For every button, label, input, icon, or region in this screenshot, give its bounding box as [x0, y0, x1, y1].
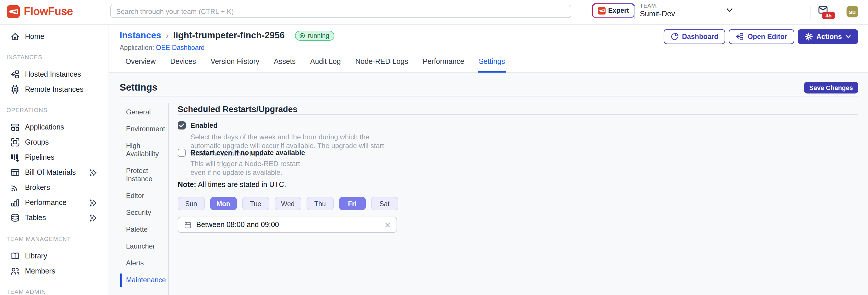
- tab-audit-log[interactable]: Audit Log: [309, 58, 342, 72]
- enabled-checkbox[interactable]: [178, 121, 186, 129]
- ai-sparkle-icon: [89, 169, 97, 176]
- sidebar-section-team-management: TEAM MANAGEMENT: [0, 236, 108, 242]
- enabled-checkbox-label: Enabled: [190, 121, 217, 129]
- day-button-fri[interactable]: Fri: [339, 197, 366, 210]
- header-divider: [810, 6, 811, 19]
- utc-note: Note: All times are stated in UTC.: [178, 181, 286, 189]
- settings-nav-alerts[interactable]: Alerts: [126, 259, 170, 267]
- ai-sparkle-icon: [89, 214, 97, 222]
- day-button-tue[interactable]: Tue: [242, 197, 269, 210]
- settings-nav-protect-instance[interactable]: Protect Instance: [126, 167, 170, 183]
- tab-version-history[interactable]: Version History: [209, 58, 260, 72]
- sidebar-section-team-admin: TEAM ADMIN: [0, 289, 108, 295]
- flowfuse-logo[interactable]: FlowFuse: [7, 5, 73, 18]
- search-input[interactable]: [110, 5, 571, 18]
- settings-content: Settings Save Changes General Environmen…: [109, 72, 868, 295]
- day-button-thu[interactable]: Thu: [307, 197, 334, 210]
- sidebar-item-brokers[interactable]: Brokers: [0, 180, 108, 195]
- restart-checkbox[interactable]: [178, 149, 186, 157]
- time-range-input[interactable]: Between 08:00 and 09:00: [178, 216, 397, 233]
- sidebar-item-label: Bill Of Materials: [25, 169, 76, 177]
- sidebar-item-label: Brokers: [25, 183, 50, 191]
- clear-time-icon[interactable]: [384, 222, 391, 228]
- tab-performance[interactable]: Performance: [422, 58, 465, 72]
- play-circle-icon: [299, 32, 306, 39]
- tab-settings[interactable]: Settings: [477, 58, 506, 72]
- pie-chart-icon: [670, 32, 678, 41]
- breadcrumb-instances-link[interactable]: Instances: [120, 30, 161, 41]
- instance-tabs: Overview Devices Version History Assets …: [124, 58, 506, 72]
- sidebar-item-label: Performance: [25, 199, 66, 207]
- bar-chart-icon: [10, 198, 20, 207]
- sidebar-item-performance[interactable]: Performance: [0, 195, 108, 210]
- instance-name: light-trumpeter-finch-2956: [173, 30, 284, 41]
- database-icon: [10, 213, 20, 223]
- tab-overview[interactable]: Overview: [124, 58, 157, 72]
- settings-nav-environment[interactable]: Environment: [126, 125, 170, 133]
- settings-nav-launcher[interactable]: Launcher: [126, 242, 170, 250]
- main-area: Instances › light-trumpeter-finch-2956 r…: [109, 24, 868, 295]
- day-button-sat[interactable]: Sat: [371, 197, 398, 210]
- settings-nav-maintenance-label: Maintenance: [126, 276, 166, 284]
- notifications-button[interactable]: 45: [818, 6, 833, 20]
- settings-nav-high-availability[interactable]: High Availability: [126, 142, 170, 158]
- dashboard-button[interactable]: Dashboard: [663, 29, 725, 44]
- restart-checkbox-row: Restart even if no update available: [178, 149, 305, 157]
- sidebar-item-groups[interactable]: Groups: [0, 135, 108, 150]
- settings-nav-palette[interactable]: Palette: [126, 225, 170, 233]
- application-link[interactable]: OEE Dashboard: [156, 44, 205, 51]
- sidebar-item-label: Tables: [25, 214, 46, 222]
- settings-nav-general[interactable]: General: [126, 108, 170, 116]
- chevron-down-icon[interactable]: [726, 6, 733, 14]
- sidebar: Home INSTANCES Hosted Instances Remote I…: [0, 24, 109, 295]
- section-heading: Scheduled Restarts/Upgrades: [178, 105, 298, 114]
- day-button-mon[interactable]: Mon: [210, 197, 237, 210]
- settings-nav-maintenance[interactable]: Maintenance: [126, 276, 170, 284]
- sidebar-item-label: Pipelines: [25, 153, 54, 161]
- section-divider: [178, 114, 858, 115]
- calendar-icon: [184, 221, 192, 229]
- user-avatar[interactable]: su: [846, 6, 858, 18]
- sidebar-item-applications[interactable]: Applications: [0, 120, 108, 135]
- open-editor-button[interactable]: Open Editor: [729, 29, 794, 44]
- tab-devices[interactable]: Devices: [169, 58, 197, 72]
- sidebar-item-home[interactable]: Home: [0, 29, 108, 44]
- sidebar-item-hosted-instances[interactable]: Hosted Instances: [0, 67, 108, 82]
- sidebar-item-library[interactable]: Library: [0, 248, 108, 264]
- sidebar-item-tables[interactable]: Tables: [0, 210, 108, 225]
- groups-chip-icon: [10, 138, 20, 147]
- screenshot-stage: FlowFuse Expert TEAM: Sumit-Dev: [0, 0, 868, 295]
- node-red-flow-icon: [736, 32, 744, 41]
- settings-nav-editor[interactable]: Editor: [126, 191, 170, 200]
- header-divider: [634, 6, 634, 19]
- team-label: TEAM:: [640, 2, 675, 9]
- instance-actions: Dashboard Open Editor: [663, 29, 858, 44]
- tab-node-red-logs[interactable]: Node-RED Logs: [354, 58, 409, 72]
- sidebar-item-bill-of-materials[interactable]: Bill Of Materials: [0, 165, 108, 180]
- team-selector[interactable]: TEAM: Sumit-Dev: [640, 2, 675, 18]
- tab-assets[interactable]: Assets: [273, 58, 297, 72]
- sidebar-item-label: Hosted Instances: [25, 70, 81, 79]
- team-name: Sumit-Dev: [640, 9, 675, 18]
- settings-nav-security[interactable]: Security: [126, 208, 170, 216]
- utc-note-text: All times are stated in UTC.: [198, 181, 286, 189]
- sidebar-item-label: Members: [25, 267, 55, 275]
- time-range-value: Between 08:00 and 09:00: [196, 221, 279, 229]
- day-button-sun[interactable]: Sun: [178, 197, 205, 210]
- sidebar-item-label: Library: [25, 252, 47, 260]
- sidebar-item-label: Home: [25, 32, 44, 41]
- sidebar-item-remote-instances[interactable]: Remote Instances: [0, 82, 108, 97]
- users-icon: [10, 267, 20, 276]
- day-button-wed[interactable]: Wed: [274, 197, 301, 210]
- expert-button[interactable]: Expert: [592, 3, 635, 18]
- sidebar-item-members[interactable]: Members: [0, 264, 108, 279]
- sidebar-item-pipelines[interactable]: Pipelines: [0, 150, 108, 165]
- breadcrumb-separator: ›: [166, 31, 168, 40]
- settings-nav-divider: [168, 103, 169, 295]
- sidebar-item-label: Applications: [25, 123, 64, 131]
- save-changes-button[interactable]: Save Changes: [804, 82, 858, 93]
- status-badge: running: [295, 30, 334, 40]
- open-editor-button-label: Open Editor: [747, 32, 787, 41]
- settings-nav: General Environment High Availability Pr…: [126, 108, 170, 293]
- actions-button[interactable]: Actions: [798, 29, 858, 44]
